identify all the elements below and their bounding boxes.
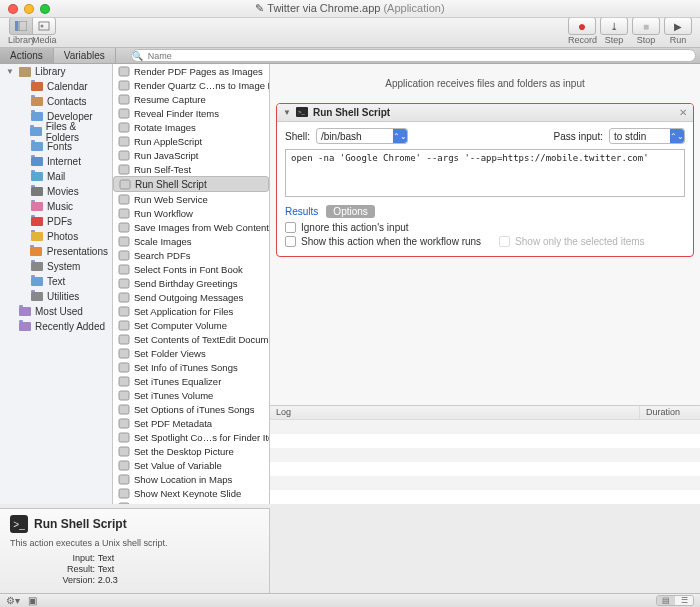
action-list-item[interactable]: Run Self-Test <box>113 162 269 176</box>
tab-variables[interactable]: Variables <box>54 48 116 63</box>
show-when-run-checkbox[interactable] <box>285 236 296 247</box>
action-list-item[interactable]: Render PDF Pages as Images <box>113 64 269 78</box>
run-button[interactable]: ▶ <box>664 17 692 35</box>
view-mode-segment[interactable]: ▤ ☰ <box>656 595 694 606</box>
log-column-header[interactable]: Log <box>270 406 640 419</box>
workflow-view-button[interactable]: ▤ <box>657 596 675 605</box>
library-item[interactable]: PDFs <box>0 214 112 229</box>
library-item[interactable]: Movies <box>0 184 112 199</box>
action-list-item[interactable]: Show Location in Maps <box>113 472 269 486</box>
search-input[interactable] <box>131 49 696 62</box>
library-item[interactable]: Contacts <box>0 94 112 109</box>
action-list-item[interactable]: Set Value of Variable <box>113 458 269 472</box>
action-list-item[interactable]: Show Next Keynote Slide <box>113 486 269 500</box>
library-item[interactable]: Most Used <box>0 304 112 319</box>
library-item[interactable]: Internet <box>0 154 112 169</box>
library-item[interactable]: Photos <box>0 229 112 244</box>
library-item[interactable]: Recently Added <box>0 319 112 334</box>
action-icon <box>117 362 130 373</box>
action-list-item[interactable]: Render Quartz C…ns to Image Files <box>113 78 269 92</box>
shell-script-textarea[interactable] <box>285 149 685 197</box>
action-icon <box>117 292 130 303</box>
library-item-label: Photos <box>47 231 78 242</box>
action-icon <box>117 164 130 175</box>
action-card-run-shell-script[interactable]: ▼ >_ Run Shell Script ✕ Shell: /bin/bash… <box>276 103 694 257</box>
action-list-item[interactable]: Reveal Finder Items <box>113 106 269 120</box>
library-item[interactable]: ▼Library <box>0 64 112 79</box>
action-list-item[interactable]: Set Spotlight Co…s for Finder Items <box>113 430 269 444</box>
svg-text:>_: >_ <box>298 109 306 115</box>
action-list-item[interactable]: Set Computer Volume <box>113 318 269 332</box>
action-item-label: Set Value of Variable <box>134 460 222 471</box>
action-icon <box>118 179 131 190</box>
ignore-input-checkbox[interactable] <box>285 222 296 233</box>
actions-list[interactable]: Render PDF Pages as ImagesRender Quartz … <box>113 64 270 504</box>
zoom-window-button[interactable] <box>40 4 50 14</box>
remove-action-button[interactable]: ✕ <box>679 107 687 118</box>
action-list-item[interactable]: Send Outgoing Messages <box>113 290 269 304</box>
tab-actions[interactable]: Actions <box>0 48 54 63</box>
record-label: Record <box>568 35 596 45</box>
action-description-panel: >_ Run Shell Script This action executes… <box>0 508 270 593</box>
shell-label: Shell: <box>285 131 310 142</box>
shell-select[interactable]: /bin/bash⌃⌄ <box>316 128 408 144</box>
action-list-item[interactable]: Send Birthday Greetings <box>113 276 269 290</box>
disclosure-icon[interactable]: ▼ <box>283 108 291 117</box>
action-list-item[interactable]: Set Folder Views <box>113 346 269 360</box>
library-item[interactable]: Text <box>0 274 112 289</box>
action-list-item[interactable]: Set Options of iTunes Songs <box>113 402 269 416</box>
action-item-label: Set Folder Views <box>134 348 206 359</box>
action-list-item[interactable]: Run Web Service <box>113 192 269 206</box>
action-list-item[interactable]: Rotate Images <box>113 120 269 134</box>
action-list-item[interactable]: Run JavaScript <box>113 148 269 162</box>
close-window-button[interactable] <box>8 4 18 14</box>
action-list-item[interactable]: Search PDFs <box>113 248 269 262</box>
options-tab[interactable]: Options <box>326 205 374 218</box>
action-icon <box>117 320 130 331</box>
action-list-item[interactable]: Run Shell Script <box>113 176 269 192</box>
library-item[interactable]: Music <box>0 199 112 214</box>
library-item[interactable]: Mail <box>0 169 112 184</box>
library-toggle-button[interactable] <box>9 17 33 35</box>
action-list-item[interactable]: Resume Capture <box>113 92 269 106</box>
results-tab[interactable]: Results <box>285 206 318 217</box>
step-button[interactable]: ⤓ <box>600 17 628 35</box>
action-icon <box>117 306 130 317</box>
ignore-input-label: Ignore this action's input <box>301 222 409 233</box>
action-list-item[interactable]: Set iTunes Equalizer <box>113 374 269 388</box>
stop-button[interactable]: ■ <box>632 17 660 35</box>
log-view-button[interactable]: ☰ <box>675 596 693 605</box>
action-list-item[interactable]: Save Images from Web Content <box>113 220 269 234</box>
duration-column-header[interactable]: Duration <box>640 406 700 419</box>
workflow-options-icon[interactable]: ▣ <box>28 595 37 606</box>
library-item-label: Calendar <box>47 81 88 92</box>
folder-icon <box>30 81 43 92</box>
library-item[interactable]: Calendar <box>0 79 112 94</box>
action-list-item[interactable]: Set PDF Metadata <box>113 416 269 430</box>
library-item[interactable]: System <box>0 259 112 274</box>
action-list-item[interactable]: Select Fonts in Font Book <box>113 262 269 276</box>
action-list-item[interactable]: Set the Desktop Picture <box>113 444 269 458</box>
library-item[interactable]: Presentations <box>0 244 112 259</box>
media-toggle-button[interactable] <box>32 17 56 35</box>
library-sidebar[interactable]: ▼LibraryCalendarContactsDeveloperFiles &… <box>0 64 113 504</box>
action-list-item[interactable]: Run AppleScript <box>113 134 269 148</box>
library-item[interactable]: Utilities <box>0 289 112 304</box>
folder-icon <box>30 246 43 257</box>
action-list-item[interactable]: Set Application for Files <box>113 304 269 318</box>
action-list-item[interactable]: Run Workflow <box>113 206 269 220</box>
library-item-label: Contacts <box>47 96 86 107</box>
action-item-label: Set Options of iTunes Songs <box>134 404 255 415</box>
action-list-item[interactable]: Set Info of iTunes Songs <box>113 360 269 374</box>
action-list-item[interactable]: Set iTunes Volume <box>113 388 269 402</box>
folder-icon <box>29 126 41 137</box>
action-list-item[interactable]: Show Previous Keynote Slide <box>113 500 269 504</box>
action-list-item[interactable]: Scale Images <box>113 234 269 248</box>
record-button[interactable]: ● <box>568 17 596 35</box>
gear-icon[interactable]: ⚙︎▾ <box>6 595 20 606</box>
action-list-item[interactable]: Set Contents of TextEdit Document <box>113 332 269 346</box>
pass-input-select[interactable]: to stdin⌃⌄ <box>609 128 685 144</box>
library-item[interactable]: Files & Folders <box>0 124 112 139</box>
minimize-window-button[interactable] <box>24 4 34 14</box>
desc-input-key: Input: <box>10 553 95 563</box>
